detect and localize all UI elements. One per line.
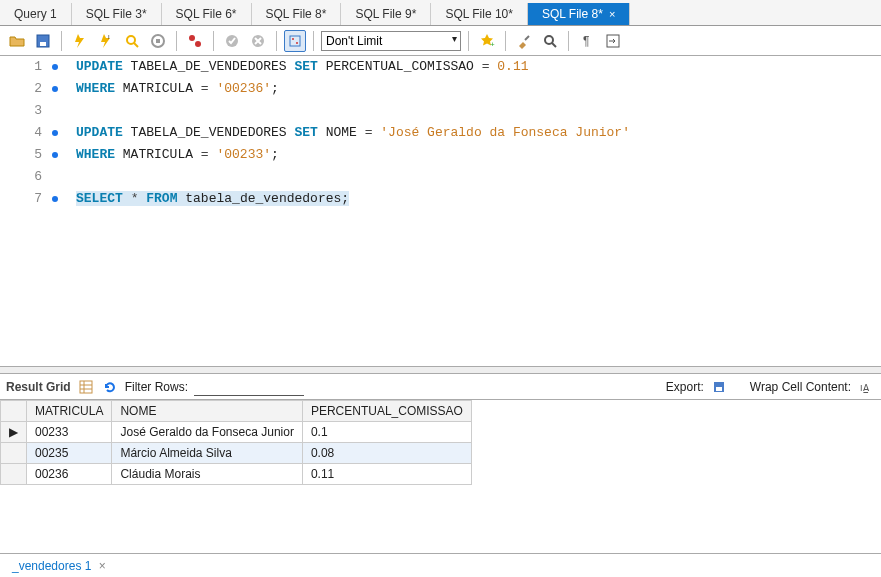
file-tab[interactable]: SQL File 3* <box>72 3 162 25</box>
svg-point-13 <box>296 42 298 44</box>
svg-point-7 <box>189 35 195 41</box>
code-line[interactable] <box>76 100 630 122</box>
open-file-button[interactable] <box>6 30 28 52</box>
clean-button[interactable] <box>513 30 535 52</box>
line-gutter: 1234567 <box>0 56 48 366</box>
splitter[interactable] <box>0 366 881 374</box>
execute-current-button[interactable]: I <box>95 30 117 52</box>
table-row[interactable]: 00235Márcio Almeida Silva0.08 <box>1 443 472 464</box>
column-header[interactable]: NOME <box>112 401 302 422</box>
marker-gutter <box>48 56 66 366</box>
beautify-button[interactable]: + <box>476 30 498 52</box>
row-marker[interactable] <box>1 443 27 464</box>
code-line[interactable]: UPDATE TABELA_DE_VENDEDORES SET PERCENTU… <box>76 56 630 78</box>
explain-button[interactable] <box>121 30 143 52</box>
table-row[interactable]: 00236Cláudia Morais0.11 <box>1 464 472 485</box>
refresh-icon[interactable] <box>101 378 119 396</box>
result-grid-label: Result Grid <box>6 380 71 394</box>
limit-select-wrap: Don't Limit <box>321 31 461 51</box>
result-tab[interactable]: _vendedores 1 × <box>6 556 112 576</box>
filter-label: Filter Rows: <box>125 380 188 394</box>
cell[interactable]: Márcio Almeida Silva <box>112 443 302 464</box>
code-line[interactable] <box>76 166 630 188</box>
separator <box>468 31 469 51</box>
editor-toolbar: I Don't Limit + ¶ <box>0 26 881 56</box>
sql-editor[interactable]: 1234567 UPDATE TABELA_DE_VENDEDORES SET … <box>0 56 881 366</box>
find-button[interactable] <box>539 30 561 52</box>
code-area[interactable]: UPDATE TABELA_DE_VENDEDORES SET PERCENTU… <box>66 56 630 366</box>
separator <box>568 31 569 51</box>
separator <box>176 31 177 51</box>
export-label: Export: <box>666 380 704 394</box>
limit-select[interactable]: Don't Limit <box>321 31 461 51</box>
separator <box>313 31 314 51</box>
toggle-autocommit-button[interactable] <box>184 30 206 52</box>
stop-button[interactable] <box>147 30 169 52</box>
file-tab[interactable]: SQL File 10* <box>431 3 528 25</box>
separator <box>213 31 214 51</box>
svg-rect-20 <box>80 381 92 393</box>
toggle-wrap-button[interactable] <box>602 30 624 52</box>
toggle-limit-button[interactable] <box>284 30 306 52</box>
export-icon[interactable] <box>710 378 728 396</box>
svg-line-15 <box>525 36 529 40</box>
separator <box>505 31 506 51</box>
separator <box>61 31 62 51</box>
commit-button[interactable] <box>221 30 243 52</box>
svg-line-4 <box>134 43 138 47</box>
result-tabs: _vendedores 1 × <box>0 553 881 577</box>
toggle-invisible-button[interactable]: ¶ <box>576 30 598 52</box>
code-line[interactable]: UPDATE TABELA_DE_VENDEDORES SET NOME = '… <box>76 122 630 144</box>
cell[interactable]: José Geraldo da Fonseca Junior <box>112 422 302 443</box>
svg-text:IA̲: IA̲ <box>860 383 870 393</box>
cell[interactable]: 00236 <box>27 464 112 485</box>
close-icon[interactable]: × <box>99 559 106 573</box>
cell[interactable]: 00235 <box>27 443 112 464</box>
file-tab[interactable]: Query 1 <box>0 3 72 25</box>
svg-rect-1 <box>40 42 46 46</box>
file-tab[interactable]: SQL File 9* <box>341 3 431 25</box>
svg-point-8 <box>195 41 201 47</box>
grid-view-icon[interactable] <box>77 378 95 396</box>
execute-button[interactable] <box>69 30 91 52</box>
cell[interactable]: 0.08 <box>302 443 471 464</box>
save-button[interactable] <box>32 30 54 52</box>
result-grid[interactable]: MATRICULANOMEPERCENTUAL_COMISSAO▶00233Jo… <box>0 400 472 485</box>
wrap-icon[interactable]: IA̲ <box>857 378 875 396</box>
svg-line-17 <box>552 43 556 47</box>
row-marker[interactable]: ▶ <box>1 422 27 443</box>
wrap-label: Wrap Cell Content: <box>750 380 851 394</box>
svg-text:+: + <box>490 40 495 49</box>
svg-point-3 <box>127 36 135 44</box>
file-tabs: Query 1SQL File 3*SQL File 6*SQL File 8*… <box>0 0 881 26</box>
cell[interactable]: 0.11 <box>302 464 471 485</box>
svg-text:¶: ¶ <box>583 34 589 48</box>
code-line[interactable]: SELECT * FROM tabela_de_vendedores; <box>76 188 630 210</box>
cell[interactable]: 00233 <box>27 422 112 443</box>
file-tab[interactable]: SQL File 8* <box>252 3 342 25</box>
column-header[interactable]: MATRICULA <box>27 401 112 422</box>
result-grid-wrap: MATRICULANOMEPERCENTUAL_COMISSAO▶00233Jo… <box>0 400 881 570</box>
code-line[interactable]: WHERE MATRICULA = '00236'; <box>76 78 630 100</box>
filter-input[interactable] <box>194 378 304 396</box>
rollback-button[interactable] <box>247 30 269 52</box>
svg-rect-11 <box>290 36 300 46</box>
row-marker[interactable] <box>1 464 27 485</box>
result-toolbar: Result Grid Filter Rows: Export: Wrap Ce… <box>0 374 881 400</box>
svg-point-12 <box>292 38 294 40</box>
table-row[interactable]: ▶00233José Geraldo da Fonseca Junior0.1 <box>1 422 472 443</box>
svg-point-16 <box>545 36 553 44</box>
svg-text:I: I <box>108 34 110 40</box>
code-line[interactable]: WHERE MATRICULA = '00233'; <box>76 144 630 166</box>
cell[interactable]: Cláudia Morais <box>112 464 302 485</box>
cell[interactable]: 0.1 <box>302 422 471 443</box>
file-tab[interactable]: SQL File 6* <box>162 3 252 25</box>
result-tab-label: _vendedores 1 <box>12 559 91 573</box>
separator <box>276 31 277 51</box>
svg-rect-6 <box>156 39 160 43</box>
column-header[interactable]: PERCENTUAL_COMISSAO <box>302 401 471 422</box>
svg-rect-25 <box>716 387 722 391</box>
close-icon[interactable]: × <box>609 8 615 20</box>
file-tab[interactable]: SQL File 8*× <box>528 3 630 25</box>
